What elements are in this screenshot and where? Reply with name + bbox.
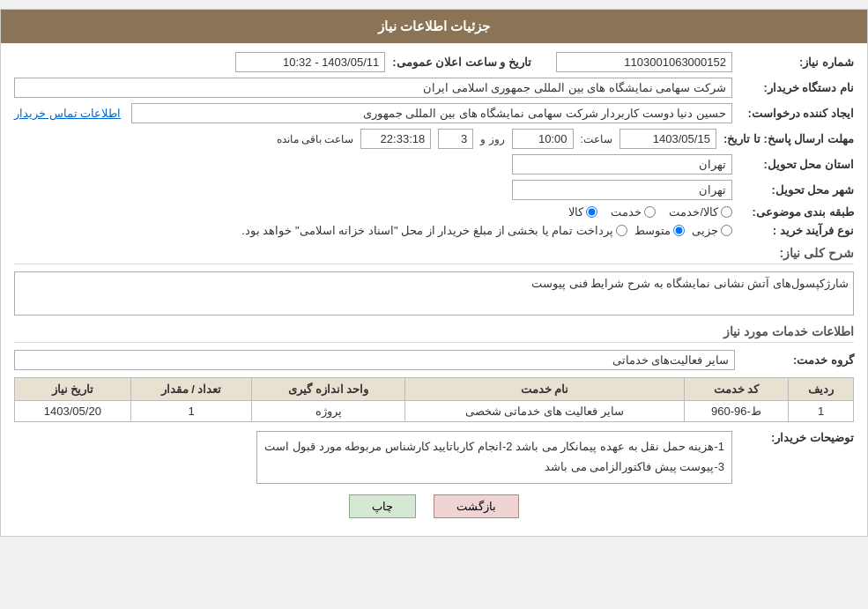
tabaqe-option-khedmat-label: خدمت — [611, 205, 642, 219]
ostan-label: استان محل تحویل: — [739, 158, 854, 171]
shomare-niaz-value: 1103001063000152 — [556, 52, 732, 72]
sharh-koli-section-title: شرح کلی نیاز: — [14, 246, 854, 264]
tabaqe-radio-kala[interactable] — [586, 206, 597, 218]
nam-dastgah-value: شرکت سهامی نمایشگاه های بین المللی جمهور… — [14, 78, 732, 98]
table-body: 1ط-96-960سایر فعالیت های خدماتی شخصیپروژ… — [15, 401, 854, 422]
cell-nam: سایر فعالیت های خدماتی شخصی — [405, 401, 685, 422]
ijad-konande-label: ایجاد کننده درخواست: — [739, 107, 854, 120]
tabaqe-label: طبقه بندی موضوعی: — [739, 205, 854, 219]
table-row: 1ط-96-960سایر فعالیت های خدماتی شخصیپروژ… — [15, 401, 854, 422]
tozi-line: 1-هزینه حمل نقل به عهده پیمانکار می باشد… — [264, 436, 724, 457]
tarikh-label: تاریخ و ساعت اعلان عمومی: — [392, 56, 531, 69]
tabaqe-option-khedmat: خدمت — [611, 205, 656, 219]
noe-farayand-radio-group: جزیی متوسط پرداخت تمام یا بخشی از مبلغ خ… — [241, 224, 732, 237]
noe-farayand-option-motavasset: متوسط — [634, 224, 685, 237]
tozi-label: توضیحات خریدار: — [739, 431, 854, 444]
tarikh-value: 1403/05/11 - 10:32 — [235, 52, 385, 72]
cell-vahed: پروژه — [252, 401, 405, 422]
tozi-value: 1-هزینه حمل نقل به عهده پیمانکار می باشد… — [256, 431, 732, 484]
cell-tedad: 1 — [130, 401, 252, 422]
tozi-line: 3-پیوست پیش فاکتورالزامی می باشد — [264, 457, 724, 477]
items-table: ردیف کد خدمت نام خدمت واحد اندازه گیری ت… — [14, 377, 854, 422]
tabaqe-option-kala: کالا — [568, 205, 597, 219]
ijad-konande-row: ایجاد کننده درخواست: حسین دنیا دوست کارب… — [14, 103, 854, 123]
mohlat-row: مهلت ارسال پاسخ: تا تاریخ: 1403/05/15 سا… — [14, 129, 854, 149]
tabaqe-option-kala-label: کالا — [568, 205, 583, 219]
mohlat-saat-value: 10:00 — [512, 129, 574, 149]
tabaqe-radio-group: کالا/خدمت خدمت کالا — [568, 205, 732, 219]
shahr-label: شهر محل تحویل: — [739, 183, 854, 197]
mohlat-saat-label: ساعت: — [581, 133, 612, 145]
noe-farayand-radio-jozi[interactable] — [721, 225, 732, 236]
etelaat-link[interactable]: اطلاعات تماس خریدار — [14, 107, 121, 120]
back-button[interactable]: بازگشت — [434, 494, 519, 518]
noe-farayand-option-esnad-label: پرداخت تمام یا بخشی از مبلغ خریدار از مح… — [241, 224, 613, 237]
grohe-khadamat-label: گروه خدمت: — [739, 353, 854, 367]
sharh-koli-wrapper: شارژکپسول‌های آتش نشانی نمایشگاه به شرح … — [14, 271, 854, 316]
shomare-niaz-label: شماره نیاز: — [739, 56, 854, 69]
col-vahed: واحد اندازه گیری — [252, 378, 405, 401]
col-kod: کد خدمت — [684, 378, 788, 401]
mohlat-remaining-label: ساعت باقی مانده — [277, 133, 354, 145]
grohe-khadamat-row: گروه خدمت: سایر فعالیت‌های خدماتی — [14, 350, 854, 370]
table-header: ردیف کد خدمت نام خدمت واحد اندازه گیری ت… — [15, 378, 854, 401]
noe-farayand-option-jozi-label: جزیی — [692, 224, 718, 237]
mohlat-date: 1403/05/15 — [619, 129, 716, 149]
tabaqe-option-kala-khedmat: کالا/خدمت — [669, 205, 732, 219]
tabaqe-radio-khedmat[interactable] — [644, 206, 656, 218]
noe-farayand-row: نوع فرآیند خرید : جزیی متوسط پرداخت تمام… — [14, 224, 854, 237]
page-title: جزئیات اطلاعات نیاز — [378, 19, 490, 33]
noe-farayand-label: نوع فرآیند خرید : — [739, 224, 854, 237]
tabaqe-option-kala-khedmat-label: کالا/خدمت — [669, 205, 718, 219]
tozi-row: توضیحات خریدار: 1-هزینه حمل نقل به عهده … — [14, 431, 854, 484]
grohe-khadamat-value: سایر فعالیت‌های خدماتی — [14, 350, 735, 370]
noe-farayand-radio-esnad[interactable] — [616, 225, 627, 236]
cell-kod: ط-96-960 — [684, 401, 788, 422]
tabaqe-row: طبقه بندی موضوعی: کالا/خدمت خدمت کالا — [14, 205, 854, 219]
services-section-title: اطلاعات خدمات مورد نیاز — [14, 324, 854, 343]
print-button[interactable]: چاپ — [349, 494, 416, 518]
page-header: جزئیات اطلاعات نیاز — [1, 10, 867, 43]
sharh-koli-value: شارژکپسول‌های آتش نشانی نمایشگاه به شرح … — [14, 271, 854, 316]
col-nam: نام خدمت — [405, 378, 685, 401]
noe-farayand-option-jozi: جزیی — [692, 224, 732, 237]
col-radif: ردیف — [789, 378, 854, 401]
mohlat-remaining-value: 22:33:18 — [360, 129, 431, 149]
shahr-value: تهران — [512, 180, 732, 200]
cell-tarikh: 1403/05/20 — [15, 401, 131, 422]
nam-dastgah-label: نام دستگاه خریدار: — [739, 81, 854, 94]
ijad-konande-value: حسین دنیا دوست کاربردار شرکت سهامی نمایش… — [131, 103, 732, 123]
nam-dastgah-row: نام دستگاه خریدار: شرکت سهامی نمایشگاه ه… — [14, 78, 854, 98]
ostan-value: تهران — [512, 154, 732, 175]
mohlat-label: مهلت ارسال پاسخ: تا تاریخ: — [723, 132, 854, 145]
noe-farayand-radio-motavasset[interactable] — [673, 225, 685, 236]
shomare-niaz-row: شماره نیاز: 1103001063000152 تاریخ و ساع… — [14, 52, 854, 72]
cell-radif: 1 — [789, 401, 854, 422]
tabaqe-radio-kala-khedmat[interactable] — [721, 206, 732, 218]
col-tarikh: تاریخ نیاز — [15, 378, 131, 401]
shahr-row: شهر محل تحویل: تهران — [14, 180, 854, 200]
mohlat-rooz-label: روز و — [480, 133, 504, 145]
noe-farayand-option-esnad: پرداخت تمام یا بخشی از مبلغ خریدار از مح… — [241, 224, 627, 237]
mohlat-rooz-value: 3 — [438, 129, 473, 149]
noe-farayand-option-motavasset-label: متوسط — [634, 224, 671, 237]
buttons-row: بازگشت چاپ — [14, 494, 854, 518]
ostan-row: استان محل تحویل: تهران — [14, 154, 854, 175]
col-tedad: تعداد / مقدار — [130, 378, 252, 401]
